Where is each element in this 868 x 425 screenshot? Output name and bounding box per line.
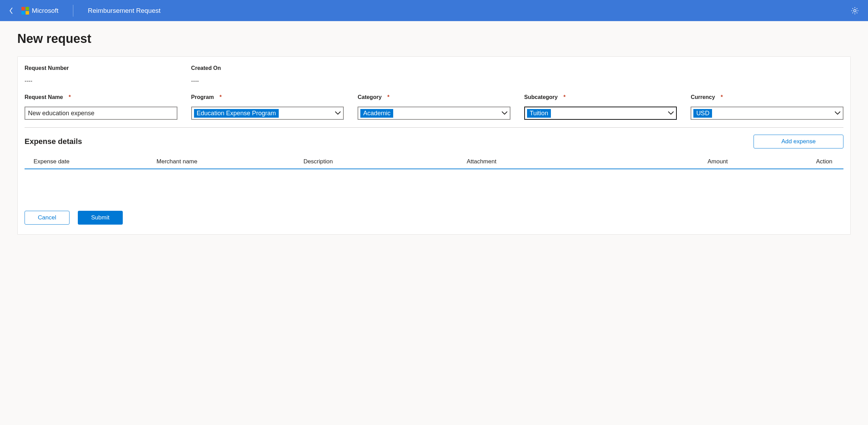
field-created-on: Created On ---- [191, 65, 344, 84]
required-marker: * [69, 94, 71, 100]
chevron-down-icon [668, 111, 674, 115]
input-row: Request Name * New education expense Pro… [25, 94, 843, 120]
col-description: Description [303, 158, 467, 165]
input-request-name[interactable]: New education expense [25, 107, 177, 120]
section-divider [25, 127, 843, 128]
microsoft-logo-icon [21, 7, 29, 15]
brand-text: Microsoft [32, 7, 58, 15]
required-marker: * [563, 94, 565, 100]
col-attachment: Attachment [467, 158, 613, 165]
expense-details-header: Expense details Add expense [25, 135, 843, 148]
required-marker: * [721, 94, 723, 100]
label-created-on: Created On [191, 65, 221, 71]
col-merchant-name: Merchant name [157, 158, 304, 165]
expense-details-title: Expense details [25, 137, 82, 146]
page-body: New request Request Number ---- Created … [0, 21, 868, 245]
back-button[interactable] [7, 7, 15, 15]
select-currency[interactable]: USD [691, 107, 843, 120]
field-subcategory: Subcategory * Tuition [524, 94, 677, 120]
select-category[interactable]: Academic [358, 107, 510, 120]
required-marker: * [220, 94, 222, 100]
label-program: Program [191, 94, 214, 100]
field-category: Category * Academic [358, 94, 510, 120]
request-card: Request Number ---- Created On ---- Requ… [17, 56, 851, 235]
chevron-down-icon [335, 111, 341, 115]
header-left: Microsoft Reimbursement Request [7, 5, 160, 17]
settings-button[interactable] [850, 6, 860, 16]
value-request-name: New education expense [28, 110, 94, 117]
form-actions: Cancel Submit [25, 211, 843, 225]
field-request-name: Request Name * New education expense [25, 94, 177, 120]
add-expense-button[interactable]: Add expense [754, 135, 843, 148]
header-divider [73, 5, 73, 17]
submit-button[interactable]: Submit [78, 211, 123, 225]
field-program: Program * Education Expense Program [191, 94, 344, 120]
label-subcategory: Subcategory [524, 94, 558, 100]
label-request-name: Request Name [25, 94, 63, 100]
field-request-number: Request Number ---- [25, 65, 177, 84]
chevron-down-icon [834, 111, 841, 115]
chevron-left-icon [9, 7, 13, 14]
label-request-number: Request Number [25, 65, 69, 71]
expense-table-header: Expense date Merchant name Description A… [25, 158, 843, 169]
gear-icon [850, 6, 859, 15]
label-currency: Currency [691, 94, 715, 100]
brand-logo: Microsoft [21, 7, 58, 15]
col-amount: Amount [613, 158, 728, 165]
app-header: Microsoft Reimbursement Request [0, 0, 868, 21]
required-marker: * [387, 94, 389, 100]
label-category: Category [358, 94, 381, 100]
value-subcategory: Tuition [527, 109, 551, 118]
cancel-button[interactable]: Cancel [25, 211, 70, 225]
select-subcategory[interactable]: Tuition [524, 107, 677, 120]
col-action: Action [728, 158, 842, 165]
svg-point-0 [854, 9, 856, 12]
col-expense-date: Expense date [26, 158, 157, 165]
chevron-down-icon [501, 111, 508, 115]
value-request-number: ---- [25, 78, 177, 84]
value-program: Education Expense Program [194, 109, 279, 118]
field-currency: Currency * USD [691, 94, 843, 120]
value-currency: USD [693, 109, 712, 118]
app-title: Reimbursement Request [88, 7, 160, 15]
value-category: Academic [360, 109, 393, 118]
value-created-on: ---- [191, 78, 344, 84]
select-program[interactable]: Education Expense Program [191, 107, 344, 120]
page-title: New request [17, 31, 851, 46]
readonly-row: Request Number ---- Created On ---- [25, 65, 843, 84]
